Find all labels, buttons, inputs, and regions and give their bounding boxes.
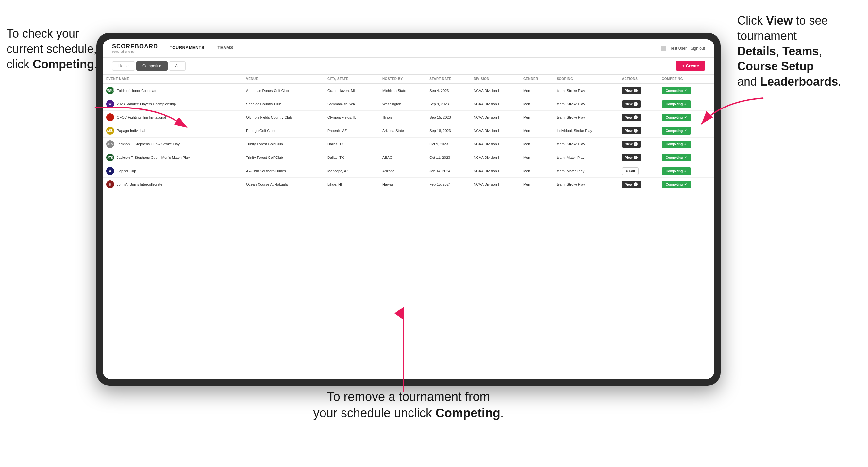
col-city-state: CITY, STATE bbox=[324, 74, 379, 84]
competing-button[interactable]: Competing ✓ bbox=[662, 87, 691, 94]
competing-button[interactable]: Competing ✓ bbox=[662, 181, 691, 188]
cell-city-state: Sammamish, WA bbox=[324, 97, 379, 111]
cell-competing: Competing ✓ bbox=[658, 164, 714, 178]
cell-competing: Competing ✓ bbox=[658, 97, 714, 111]
scoreboard-powered: Powered by clippi bbox=[112, 50, 158, 53]
cell-venue: Olympia Fields Country Club bbox=[243, 111, 324, 124]
cell-hosted-by: ABAC bbox=[379, 151, 426, 164]
competing-button[interactable]: Competing ✓ bbox=[662, 127, 691, 135]
team-logo: ASU bbox=[106, 127, 114, 135]
cell-hosted-by: Illinois bbox=[379, 111, 426, 124]
competing-button[interactable]: Competing ✓ bbox=[662, 100, 691, 108]
cell-competing: Competing ✓ bbox=[658, 178, 714, 191]
cell-event-name: W2023 Sahalee Players Championship bbox=[103, 97, 243, 111]
cell-venue: Ocean Course At Hokuala bbox=[243, 178, 324, 191]
check-icon: ✓ bbox=[684, 102, 687, 106]
info-icon: i bbox=[634, 115, 638, 119]
edit-button[interactable]: ✏ Edit bbox=[622, 167, 639, 175]
cell-scoring: team, Stroke Play bbox=[553, 137, 618, 151]
view-button[interactable]: View i bbox=[622, 141, 641, 148]
check-icon: ✓ bbox=[684, 89, 687, 93]
cell-event-name: JTSJackson T. Stephens Cup – Men's Match… bbox=[103, 151, 243, 164]
cell-actions: View i bbox=[619, 178, 658, 191]
cell-start-date: Sep 15, 2023 bbox=[426, 111, 470, 124]
nav-bar: SCOREBOARD Powered by clippi TOURNAMENTS… bbox=[103, 39, 714, 58]
team-logo: H bbox=[106, 180, 114, 188]
cell-division: NCAA Division I bbox=[470, 151, 520, 164]
cell-scoring: team, Match Play bbox=[553, 151, 618, 164]
nav-teams[interactable]: TEAMS bbox=[216, 45, 234, 51]
cell-event-name: HJohn A. Burns Intercollegiate bbox=[103, 178, 243, 191]
event-name-text: Jackson T. Stephens Cup – Stroke Play bbox=[117, 142, 180, 146]
col-event-name: EVENT NAME bbox=[103, 74, 243, 84]
nav-tournaments[interactable]: TOURNAMENTS bbox=[168, 45, 206, 51]
check-icon: ✓ bbox=[684, 115, 687, 120]
col-hosted-by: HOSTED BY bbox=[379, 74, 426, 84]
team-logo: JTS bbox=[106, 154, 114, 161]
cell-start-date: Sep 4, 2023 bbox=[426, 84, 470, 97]
competing-button[interactable]: Competing ✓ bbox=[662, 141, 691, 148]
cell-start-date: Sep 18, 2023 bbox=[426, 124, 470, 137]
view-button[interactable]: View i bbox=[622, 100, 641, 107]
cell-venue: American Dunes Golf Club bbox=[243, 84, 324, 97]
nav-right: Test User Sign out bbox=[661, 46, 705, 51]
tablet-screen: SCOREBOARD Powered by clippi TOURNAMENTS… bbox=[103, 39, 714, 379]
cell-division: NCAA Division I bbox=[470, 84, 520, 97]
competing-button[interactable]: Competing ✓ bbox=[662, 167, 691, 175]
cell-gender: Men bbox=[520, 137, 553, 151]
cell-event-name: IOFCC Fighting Illini Invitational bbox=[103, 111, 243, 124]
check-icon: ✓ bbox=[684, 142, 687, 147]
table-row: ASUPapago IndividualPapago Golf ClubPhoe… bbox=[103, 124, 714, 137]
cell-division: NCAA Division I bbox=[470, 178, 520, 191]
cell-gender: Men bbox=[520, 97, 553, 111]
view-button[interactable]: View i bbox=[622, 181, 641, 188]
event-name-text: OFCC Fighting Illini Invitational bbox=[117, 115, 166, 119]
cell-city-state: Phoenix, AZ bbox=[324, 124, 379, 137]
info-icon: i bbox=[634, 142, 638, 146]
view-button[interactable]: View i bbox=[622, 114, 641, 121]
cell-hosted-by: Washington bbox=[379, 97, 426, 111]
cell-scoring: team, Stroke Play bbox=[553, 178, 618, 191]
tournaments-table: EVENT NAME VENUE CITY, STATE HOSTED BY S… bbox=[103, 74, 714, 191]
cell-hosted-by: Hawaii bbox=[379, 178, 426, 191]
cell-division: NCAA Division I bbox=[470, 97, 520, 111]
table-container: EVENT NAME VENUE CITY, STATE HOSTED BY S… bbox=[103, 74, 714, 379]
col-venue: VENUE bbox=[243, 74, 324, 84]
cell-hosted-by: Arizona bbox=[379, 164, 426, 178]
cell-gender: Men bbox=[520, 111, 553, 124]
competing-button[interactable]: Competing ✓ bbox=[662, 154, 691, 161]
filter-all[interactable]: All bbox=[169, 61, 186, 71]
info-icon: i bbox=[634, 156, 638, 159]
cell-competing: Competing ✓ bbox=[658, 111, 714, 124]
annotation-bottom: To remove a tournament fromyour schedule… bbox=[294, 389, 523, 421]
view-button[interactable]: View i bbox=[622, 87, 641, 94]
nav-links: TOURNAMENTS TEAMS bbox=[168, 45, 661, 51]
col-competing: COMPETING bbox=[658, 74, 714, 84]
cell-gender: Men bbox=[520, 124, 553, 137]
table-row: JTSJackson T. Stephens Cup – Stroke Play… bbox=[103, 137, 714, 151]
event-name-text: Papago Individual bbox=[117, 129, 145, 133]
create-button[interactable]: + Create bbox=[676, 61, 705, 71]
cell-city-state: Olympia Fields, IL bbox=[324, 111, 379, 124]
competing-button[interactable]: Competing ✓ bbox=[662, 114, 691, 121]
signout-link[interactable]: Sign out bbox=[690, 46, 705, 51]
cell-venue: Papago Golf Club bbox=[243, 124, 324, 137]
view-button[interactable]: View i bbox=[622, 154, 641, 161]
tablet-device: SCOREBOARD Powered by clippi TOURNAMENTS… bbox=[96, 33, 721, 385]
cell-event-name: MSUFolds of Honor Collegiate bbox=[103, 84, 243, 97]
cell-division: NCAA Division I bbox=[470, 137, 520, 151]
table-row: W2023 Sahalee Players ChampionshipSahale… bbox=[103, 97, 714, 111]
view-button[interactable]: View i bbox=[622, 127, 641, 134]
table-row: JTSJackson T. Stephens Cup – Men's Match… bbox=[103, 151, 714, 164]
info-icon: i bbox=[634, 89, 638, 92]
info-icon: i bbox=[634, 129, 638, 133]
table-row: IOFCC Fighting Illini InvitationalOlympi… bbox=[103, 111, 714, 124]
cell-start-date: Oct 11, 2023 bbox=[426, 151, 470, 164]
cell-actions: View i bbox=[619, 111, 658, 124]
cell-scoring: individual, Stroke Play bbox=[553, 124, 618, 137]
col-gender: GENDER bbox=[520, 74, 553, 84]
filter-competing[interactable]: Competing bbox=[136, 61, 168, 71]
team-logo: MSU bbox=[106, 87, 114, 94]
cell-scoring: team, Match Play bbox=[553, 164, 618, 178]
filter-home[interactable]: Home bbox=[112, 61, 135, 71]
